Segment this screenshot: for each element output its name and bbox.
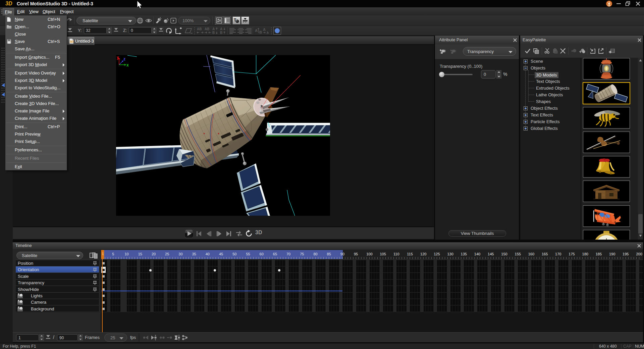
svg-text:95: 95 — [354, 252, 358, 256]
svg-text:25: 25 — [165, 252, 169, 256]
svg-text:15: 15 — [138, 252, 142, 256]
svg-text:120: 120 — [420, 252, 426, 256]
svg-text:A: A — [255, 29, 258, 33]
svg-text:150: 150 — [501, 252, 507, 256]
svg-text:165: 165 — [542, 252, 548, 256]
svg-text:40: 40 — [206, 252, 210, 256]
svg-text:50: 50 — [232, 252, 236, 256]
svg-text:z: z — [123, 57, 125, 61]
svg-text:110: 110 — [393, 252, 399, 256]
svg-text:145: 145 — [488, 252, 494, 256]
svg-text:70: 70 — [286, 252, 290, 256]
svg-text:115: 115 — [407, 252, 413, 256]
svg-text:85: 85 — [327, 252, 331, 256]
svg-text:65: 65 — [273, 252, 277, 256]
svg-text:105: 105 — [380, 252, 386, 256]
svg-text:185: 185 — [596, 252, 602, 256]
svg-text:190: 190 — [609, 252, 615, 256]
svg-text:175: 175 — [569, 252, 575, 256]
svg-text:y: y — [117, 55, 119, 60]
svg-text:75: 75 — [300, 252, 304, 256]
svg-text:140: 140 — [474, 252, 480, 256]
svg-text:155: 155 — [515, 252, 521, 256]
svg-text:A: A — [263, 28, 266, 32]
svg-text:5: 5 — [112, 252, 114, 256]
svg-text:100: 100 — [366, 252, 372, 256]
svg-text:55: 55 — [246, 252, 250, 256]
svg-text:AB: AB — [205, 27, 209, 31]
svg-text:125: 125 — [434, 252, 440, 256]
svg-text:x: x — [126, 63, 129, 67]
svg-text:30: 30 — [178, 252, 182, 256]
svg-text:60: 60 — [260, 252, 264, 256]
svg-text:180: 180 — [582, 252, 588, 256]
svg-text:12: 12 — [605, 239, 609, 240]
svg-text:B: B — [220, 31, 222, 35]
svg-text:170: 170 — [555, 252, 561, 256]
svg-text:195: 195 — [623, 252, 629, 256]
svg-text:B: B — [212, 31, 215, 35]
svg-text:A: A — [220, 27, 222, 31]
svg-text:45: 45 — [219, 252, 223, 256]
svg-text:130: 130 — [447, 252, 453, 256]
svg-text:135: 135 — [461, 252, 467, 256]
svg-text:200: 200 — [636, 252, 642, 256]
svg-text:35: 35 — [192, 252, 196, 256]
svg-text:90: 90 — [340, 252, 344, 256]
svg-text:80: 80 — [313, 252, 317, 256]
svg-text:3D: 3D — [70, 40, 74, 43]
svg-text:10: 10 — [124, 252, 128, 256]
svg-text:AB: AB — [197, 27, 202, 31]
svg-text:A: A — [212, 27, 215, 31]
svg-text:160: 160 — [528, 252, 534, 256]
svg-text:20: 20 — [152, 252, 156, 256]
svg-text:A: A — [266, 31, 269, 35]
svg-text:B: B — [259, 30, 262, 34]
